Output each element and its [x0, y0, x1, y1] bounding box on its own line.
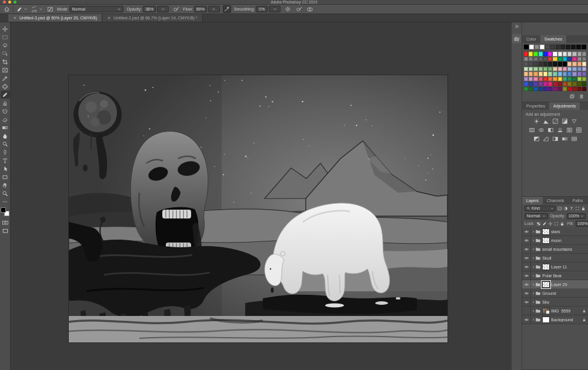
swatch[interactable] — [543, 67, 547, 72]
swatch[interactable] — [558, 52, 562, 56]
swatch[interactable] — [553, 82, 557, 86]
swatch[interactable] — [558, 62, 562, 66]
swatch[interactable] — [558, 77, 562, 82]
swatch[interactable] — [563, 82, 567, 86]
layer-name[interactable]: moon — [551, 238, 562, 243]
layer-row[interactable]: › moon — [522, 236, 588, 245]
brightness-contrast-icon[interactable] — [533, 118, 540, 125]
flow-dropdown-button[interactable] — [208, 6, 220, 12]
swatch[interactable] — [563, 57, 567, 62]
layer-name[interactable]: Skull — [542, 256, 551, 260]
layer-row[interactable]: › Layer 11 — [522, 263, 588, 271]
swatch[interactable] — [582, 67, 586, 72]
tab-channels[interactable]: Channels — [543, 197, 569, 204]
gradient-tool[interactable] — [1, 123, 10, 132]
swatch[interactable] — [577, 82, 582, 86]
swatch[interactable] — [563, 72, 567, 76]
swatch[interactable] — [539, 62, 543, 66]
healing-brush-tool[interactable] — [1, 82, 10, 90]
tab-swatches[interactable]: Swatches — [540, 35, 566, 43]
layer-thumbnail[interactable] — [542, 281, 550, 288]
paint-symmetry-button[interactable] — [306, 5, 314, 13]
layer-visibility-toggle[interactable] — [522, 315, 531, 324]
swatch[interactable] — [553, 87, 557, 92]
swatch[interactable] — [572, 62, 576, 66]
filter-smart-objects-icon[interactable] — [581, 206, 586, 211]
clone-stamp-tool[interactable] — [1, 99, 10, 107]
tab-untitled-3[interactable]: Untitled-3.psd @ 50% (Layer 20, CMYK/8) — [8, 14, 102, 22]
swatch[interactable] — [524, 72, 528, 76]
swatch[interactable] — [563, 62, 567, 66]
swatch[interactable] — [533, 77, 537, 82]
black-white-icon[interactable] — [547, 127, 554, 133]
brush-preset-picker[interactable]: 175 — [31, 5, 43, 14]
swatch[interactable] — [543, 72, 547, 76]
swatch[interactable] — [566, 45, 570, 49]
swatch[interactable] — [524, 87, 528, 92]
lock-pixels-icon[interactable] — [542, 221, 547, 226]
rectangle-tool[interactable] — [1, 173, 10, 181]
swatch[interactable] — [571, 45, 576, 49]
swatch[interactable] — [539, 87, 543, 92]
swatch[interactable] — [543, 87, 547, 92]
threshold-icon[interactable] — [552, 136, 559, 142]
filter-adjustment-layers-icon[interactable] — [563, 206, 568, 211]
zoom-tool[interactable] — [1, 189, 10, 197]
pen-tool[interactable] — [1, 148, 10, 156]
swatch[interactable] — [577, 87, 582, 92]
layer-visibility-toggle[interactable] — [522, 298, 531, 306]
swatch[interactable] — [543, 57, 547, 62]
lasso-tool[interactable] — [1, 41, 10, 49]
exposure-icon[interactable] — [561, 118, 568, 125]
swatch[interactable] — [529, 62, 533, 66]
tab-color[interactable]: Color — [522, 35, 540, 43]
layer-visibility-toggle[interactable] — [522, 307, 531, 315]
swatch[interactable] — [524, 62, 528, 66]
swatch[interactable] — [553, 57, 557, 62]
move-tool[interactable] — [1, 25, 10, 33]
invert-icon[interactable] — [533, 136, 540, 142]
home-button[interactable] — [4, 6, 10, 12]
eraser-tool[interactable] — [1, 115, 10, 123]
swatch[interactable] — [539, 57, 543, 62]
swatch[interactable] — [563, 77, 567, 82]
swatch[interactable] — [533, 67, 537, 72]
foreground-background-colors[interactable] — [1, 207, 9, 216]
swatch[interactable] — [543, 62, 547, 66]
smoothing-options-gear-button[interactable] — [283, 5, 292, 13]
lock-all-icon[interactable] — [560, 221, 564, 226]
swatch[interactable] — [540, 45, 544, 49]
swatch[interactable] — [545, 45, 550, 49]
swatch[interactable] — [582, 72, 586, 76]
layer-row[interactable]: › Skull — [522, 254, 588, 263]
swatch[interactable] — [558, 72, 562, 76]
pressure-size-toggle[interactable] — [295, 5, 303, 13]
swatch[interactable] — [572, 67, 576, 72]
filter-type-layers-icon[interactable] — [569, 206, 574, 211]
history-brush-tool[interactable] — [1, 107, 10, 115]
swatch[interactable] — [567, 67, 572, 72]
swatch[interactable] — [582, 77, 586, 82]
filter-pixel-layers-icon[interactable] — [557, 206, 562, 211]
swatch[interactable] — [539, 52, 543, 56]
layer-name[interactable]: stars — [551, 230, 560, 234]
canvas-area[interactable] — [11, 22, 511, 370]
swatch[interactable] — [539, 67, 543, 72]
layer-row[interactable]: › IMG_5559 — [522, 307, 588, 315]
dodge-tool[interactable] — [1, 140, 10, 148]
marquee-tool[interactable] — [1, 33, 10, 41]
group-expand-chevron[interactable]: › — [533, 300, 534, 304]
quick-mask-mode-button[interactable] — [1, 218, 10, 227]
swatch[interactable] — [577, 57, 582, 62]
swatch[interactable] — [524, 82, 528, 86]
flow-input[interactable]: 89% — [194, 6, 207, 12]
channel-mixer-icon[interactable] — [566, 127, 573, 133]
swatch[interactable] — [567, 77, 572, 82]
tab-adjustments[interactable]: Adjustments — [549, 102, 580, 110]
swatch[interactable] — [572, 82, 576, 86]
swatch[interactable] — [553, 67, 557, 72]
layer-blend-mode-select[interactable]: Normal — [524, 213, 548, 219]
swatch[interactable] — [553, 62, 557, 66]
swatch[interactable] — [553, 77, 557, 82]
layer-thumbnail[interactable] — [542, 308, 550, 314]
